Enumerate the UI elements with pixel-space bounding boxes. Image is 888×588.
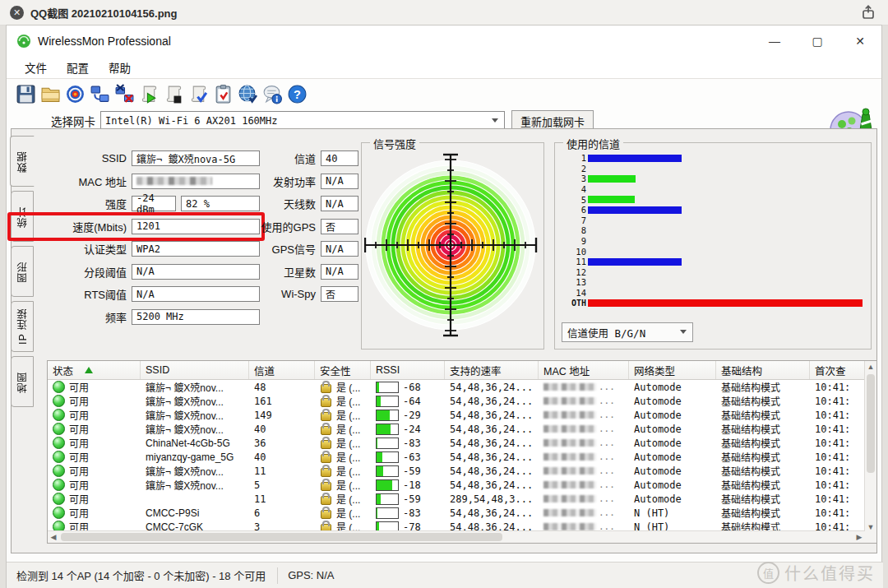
vertical-scrollbar[interactable]: ▲ ▼ <box>864 361 876 533</box>
channel-usage-value: 信道使用 B/G/N <box>562 325 645 340</box>
toolbar-stop-log-icon[interactable] <box>161 82 186 105</box>
table-row[interactable]: 可用鑲旂¬ 鍍X殑nov...11是 (...-5954,48,36,24...… <box>48 464 876 478</box>
cell-mac: ... <box>539 396 629 406</box>
rssi-fill <box>377 508 377 518</box>
security-text: 是 (... <box>336 506 360 520</box>
info-field-value: 否 <box>321 219 358 234</box>
info-field-row: 强度-24 dBm82 % <box>44 192 260 215</box>
table-row[interactable]: 可用CMCC-P9Si6是 (...-8354,48,36,24......N … <box>48 506 876 520</box>
toolbar-target-icon[interactable] <box>62 82 87 105</box>
security-text: 是 (... <box>336 422 360 436</box>
cell-infrastructure: 基础结构模式 <box>716 464 810 478</box>
menu-item[interactable]: 帮助 <box>99 58 141 77</box>
info-field-label: MAC 地址 <box>44 174 132 189</box>
toolbar-open-icon[interactable] <box>38 82 62 105</box>
info-field-row: 信道40 <box>258 147 358 170</box>
maximize-button[interactable]: ▢ <box>796 25 839 57</box>
column-header-4[interactable]: 安全性 <box>315 361 371 379</box>
viewer-close-icon[interactable]: ✕ <box>10 6 24 20</box>
channel-row: 10 <box>562 246 863 257</box>
cell-channel: 11 <box>249 465 315 477</box>
horizontal-scrollbar[interactable]: ◀ ▶ <box>48 530 865 543</box>
available-icon <box>53 423 65 435</box>
share-icon[interactable] <box>860 4 876 24</box>
security-text: 是 (... <box>336 380 360 394</box>
security-text: 是 (... <box>336 492 360 506</box>
table-row[interactable]: 可用11是 (...-59289,54,48,3......Automode基础… <box>48 492 876 506</box>
cell-channel: 11 <box>249 493 315 505</box>
side-tab-1[interactable]: 数据 <box>10 136 35 187</box>
cell-status: 可用 <box>48 492 141 506</box>
side-tab-4[interactable]: IP 连接 <box>11 301 34 352</box>
cell-rssi: -64 <box>371 396 445 407</box>
toolbar-info-bubble-icon[interactable] <box>260 82 284 105</box>
table-row[interactable]: 可用鑲旂¬ 鍍X殑nov...161是 (...-6454,48,36,24..… <box>48 394 876 408</box>
toolbar-connect-icon[interactable] <box>87 82 112 105</box>
toolbar-start-log-icon[interactable] <box>136 82 161 105</box>
side-tab-2[interactable]: 统计 <box>11 191 34 242</box>
minimize-button[interactable]: — <box>753 25 796 57</box>
toolbar-save-icon[interactable] <box>13 82 38 105</box>
cell-infrastructure: 基础结构模式 <box>716 422 810 436</box>
cell-ssid: 鑲旂¬ 鍍X殑nov... <box>141 478 249 492</box>
scroll-up-icon[interactable]: ▲ <box>865 361 876 373</box>
column-header-5[interactable]: RSSI <box>371 361 445 379</box>
column-header-7[interactable]: MAC 地址 <box>539 361 629 379</box>
scroll-right-icon[interactable]: ▶ <box>853 531 865 543</box>
channel-row: 7 <box>562 215 863 226</box>
column-header-3[interactable]: 信道 <box>249 361 315 379</box>
rssi-bar <box>376 396 399 407</box>
censored-mac <box>543 467 596 475</box>
table-row[interactable]: 可用鑲旂¬ 鍍X殑nov...40是 (...-2454,48,36,24...… <box>48 422 876 436</box>
cell-infrastructure: 基础结构模式 <box>716 394 810 408</box>
sort-ascending-icon <box>85 367 93 373</box>
toolbar-web-check-icon[interactable] <box>235 82 260 105</box>
toolbar-report-icon[interactable] <box>210 82 235 105</box>
side-tab-3[interactable]: 图形 <box>11 246 34 297</box>
info-field-value: 否 <box>321 286 358 302</box>
toolbar-help-icon[interactable]: ? <box>284 82 309 105</box>
channel-label: 11 <box>562 257 588 266</box>
table-row[interactable]: 可用鑲旂¬ 鍍X殑nov...149是 (...-2954,48,36,24..… <box>48 408 876 422</box>
column-header-10[interactable]: 首次查 <box>810 361 867 379</box>
cell-channel: 40 <box>249 451 315 463</box>
hscroll-thumb[interactable] <box>61 533 502 541</box>
cell-rssi: -83 <box>371 438 445 449</box>
column-header-6[interactable]: 支持的速率 <box>445 361 539 379</box>
table-row[interactable]: 可用鑲旂¬ 鍍X殑nov...48是 (...-6854,48,36,24...… <box>48 380 876 394</box>
censored-mac <box>136 177 212 185</box>
column-header-9[interactable]: 基础结构 <box>716 361 810 379</box>
channel-label: 3 <box>562 174 588 183</box>
toolbar-verify-log-icon[interactable] <box>186 82 210 105</box>
gps-status: GPS: N/A <box>278 569 334 581</box>
scroll-left-icon[interactable]: ◀ <box>48 531 59 543</box>
channel-row: 5 <box>562 194 863 205</box>
menu-item[interactable]: 文件 <box>15 58 57 77</box>
column-header-8[interactable]: 网络类型 <box>629 361 716 379</box>
channel-row: 3 <box>562 174 863 184</box>
censored-mac <box>543 397 596 405</box>
cell-status: 可用 <box>48 478 141 492</box>
close-button[interactable]: ✕ <box>839 25 881 57</box>
side-tab-5[interactable]: 地图 <box>11 356 34 407</box>
column-header-1[interactable]: 状态 <box>48 361 141 379</box>
channel-usage-select[interactable]: 信道使用 B/G/N <box>562 322 693 342</box>
vscroll-thumb[interactable] <box>867 374 875 473</box>
cell-first-seen: 10:41: <box>810 479 867 491</box>
channel-bar <box>588 196 635 203</box>
cell-first-seen: 10:41: <box>810 410 867 421</box>
table-row[interactable]: 可用ChinaNet-4cGb-5G36是 (...-8354,48,36,24… <box>48 436 876 450</box>
column-header-2[interactable]: SSID <box>141 361 249 379</box>
table-row[interactable]: 可用miyanzqy-game_5G40是 (...-6354,48,36,24… <box>48 450 876 464</box>
cell-channel: 36 <box>249 438 315 449</box>
toolbar-disconnect-icon[interactable] <box>112 82 136 105</box>
cell-security: 是 (... <box>315 506 371 520</box>
lock-icon <box>321 426 331 435</box>
save-icon <box>16 84 36 104</box>
cell-status: 可用 <box>48 408 141 422</box>
table-row[interactable]: 可用鑲旂¬ 鍍X殑nov...5是 (...-1854,48,36,24....… <box>48 478 876 492</box>
rssi-bar <box>376 493 399 505</box>
menu-item[interactable]: 配置 <box>57 58 99 77</box>
cell-infrastructure: 基础结构模式 <box>716 436 810 450</box>
cell-rates: 54,48,36,24... <box>445 507 539 519</box>
